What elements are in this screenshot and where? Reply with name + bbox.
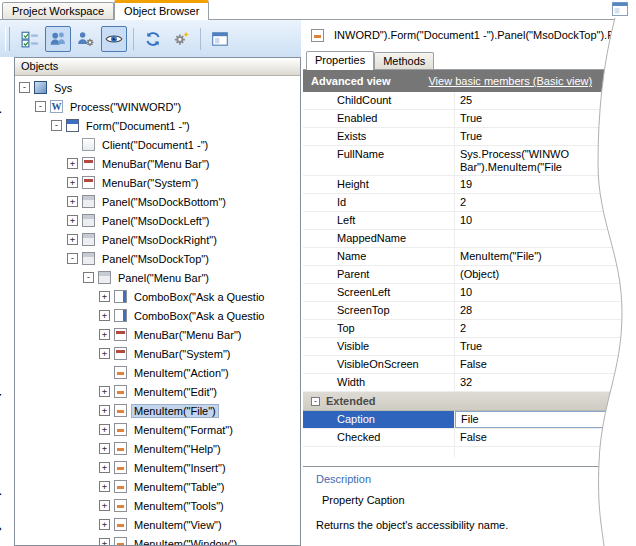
tree-item[interactable]: +MenuItem("Insert") <box>15 458 300 477</box>
property-value: 28 <box>455 302 636 319</box>
collapse-icon[interactable] <box>311 397 320 406</box>
basic-view-link[interactable]: View basic members (Basic view) <box>428 75 592 87</box>
plus-expander-icon[interactable]: + <box>99 538 110 546</box>
property-value: 32 <box>455 374 636 391</box>
property-row[interactable]: ChildCount25 <box>303 92 636 110</box>
tab-methods[interactable]: Methods <box>374 52 434 69</box>
tree-item[interactable]: -Process("WINWORD") <box>15 97 300 116</box>
plus-expander-icon[interactable]: + <box>99 481 110 492</box>
tab-properties[interactable]: Properties <box>306 51 374 70</box>
property-name: Top <box>303 320 455 337</box>
property-row[interactable]: ScreenTop28 <box>303 302 636 320</box>
panel-icon <box>82 195 95 208</box>
extended-section-header[interactable]: Extended <box>303 392 636 411</box>
process-filter-button[interactable] <box>73 26 99 52</box>
selected-object-icon <box>311 29 324 42</box>
plus-expander-icon[interactable]: + <box>99 519 110 530</box>
tree-item[interactable]: +MenuItem("File") <box>15 401 300 420</box>
eye-icon <box>105 30 123 48</box>
options-button[interactable] <box>168 26 194 52</box>
property-row[interactable]: NameMenuItem("File") <box>303 248 636 266</box>
tree-item[interactable]: +Panel("MsoDockLeft") <box>15 211 300 230</box>
property-row[interactable]: Width32 <box>303 374 636 392</box>
tree-item-label: Panel("Menu Bar") <box>115 271 212 285</box>
tree-item[interactable]: +MenuItem("Format") <box>15 420 300 439</box>
plus-expander-icon[interactable]: + <box>67 234 78 245</box>
minus-expander-icon[interactable]: - <box>67 253 78 264</box>
objects-tree: -Sys-Process("WINWORD")-Form("Document1 … <box>15 76 300 546</box>
plus-expander-icon[interactable]: + <box>99 462 110 473</box>
plus-expander-icon[interactable]: + <box>99 329 110 340</box>
property-value: True <box>455 128 636 145</box>
minus-expander-icon[interactable]: - <box>83 272 94 283</box>
minus-expander-icon[interactable]: - <box>35 101 46 112</box>
property-row[interactable]: Parent(Object) <box>303 266 636 284</box>
tree-item[interactable]: +ComboBox("Ask a Questio <box>15 287 300 306</box>
plus-expander-icon[interactable]: + <box>99 310 110 321</box>
tab-object-browser[interactable]: Object Browser <box>114 0 209 20</box>
plus-expander-icon[interactable]: + <box>67 158 78 169</box>
plus-expander-icon[interactable]: + <box>99 424 110 435</box>
tree-item[interactable]: Client("Document1 -") <box>15 135 300 154</box>
tree-item[interactable]: +MenuItem("Tools") <box>15 496 300 515</box>
watch-objects-button[interactable] <box>101 26 127 52</box>
tree-item[interactable]: +MenuItem("Window") <box>15 534 300 546</box>
property-row[interactable]: Top2 <box>303 320 636 338</box>
tab-project-workspace[interactable]: Project Workspace <box>2 2 114 19</box>
tree-item[interactable]: +MenuBar("Menu Bar") <box>15 154 300 173</box>
tree-item[interactable]: -Form("Document1 -") <box>15 116 300 135</box>
plus-expander-icon[interactable]: + <box>99 348 110 359</box>
property-row[interactable]: EnabledTrue <box>303 110 636 128</box>
tree-item[interactable]: +MenuItem("View") <box>15 515 300 534</box>
checklist-button[interactable] <box>17 26 43 52</box>
plus-expander-icon[interactable]: + <box>99 500 110 511</box>
tree-item-label: MenuBar("System") <box>99 176 201 190</box>
tree-item[interactable]: +MenuBar("Menu Bar") <box>15 325 300 344</box>
tree-item[interactable]: +Panel("MsoDockBottom") <box>15 192 300 211</box>
tree-item[interactable]: +Panel("MsoDockRight") <box>15 230 300 249</box>
view-mode-title: Advanced view <box>311 75 390 87</box>
tree-item[interactable]: +ComboBox("Ask a Questio <box>15 306 300 325</box>
property-name: VisibleOnScreen <box>303 356 455 373</box>
toolbar-grip[interactable] <box>5 27 10 51</box>
property-name: Caption <box>303 411 455 428</box>
property-row[interactable]: CheckedFalse <box>303 429 636 447</box>
property-row[interactable]: ScreenLeft10 <box>303 284 636 302</box>
property-row[interactable]: Id2 <box>303 194 636 212</box>
property-row[interactable]: Left10 <box>303 212 636 230</box>
panels-button[interactable] <box>207 26 233 52</box>
tree-item-label: MenuBar("Menu Bar") <box>99 157 212 171</box>
plus-expander-icon[interactable]: + <box>99 443 110 454</box>
tree-item-label: MenuItem("Action") <box>131 366 232 380</box>
property-row[interactable]: FullNameSys.Process("WINWO Bar").MenuIte… <box>303 146 636 176</box>
tree-item[interactable]: +MenuBar("System") <box>15 173 300 192</box>
property-row[interactable]: Height19 <box>303 176 636 194</box>
menubar-icon <box>114 328 127 341</box>
minus-expander-icon[interactable]: - <box>19 82 30 93</box>
property-row[interactable]: CaptionFile <box>303 411 636 429</box>
plus-expander-icon[interactable]: + <box>67 215 78 226</box>
plus-expander-icon[interactable]: + <box>67 177 78 188</box>
plus-expander-icon[interactable]: + <box>67 196 78 207</box>
client-icon <box>82 138 95 151</box>
processes-button[interactable] <box>45 26 71 52</box>
property-row[interactable]: VisibleOnScreenFalse <box>303 356 636 374</box>
plus-expander-icon[interactable]: + <box>99 405 110 416</box>
property-row[interactable]: ExistsTrue <box>303 128 636 146</box>
plus-expander-icon[interactable]: + <box>99 291 110 302</box>
property-row[interactable]: VisibleTrue <box>303 338 636 356</box>
refresh-button[interactable] <box>140 26 166 52</box>
tree-item[interactable]: -Panel("Menu Bar") <box>15 268 300 287</box>
tree-item[interactable]: -Sys <box>15 78 300 97</box>
tree-item[interactable]: +MenuItem("Edit") <box>15 382 300 401</box>
minus-expander-icon[interactable]: - <box>51 120 62 131</box>
tree-item[interactable]: MenuItem("Action") <box>15 363 300 382</box>
property-row[interactable]: MappedName <box>303 230 636 248</box>
menuitem-icon <box>114 423 127 436</box>
tree-item[interactable]: -Panel("MsoDockTop") <box>15 249 300 268</box>
tree-item[interactable]: +MenuItem("Table") <box>15 477 300 496</box>
plus-expander-icon[interactable]: + <box>99 386 110 397</box>
menuitem-icon <box>114 480 127 493</box>
tree-item[interactable]: +MenuItem("Help") <box>15 439 300 458</box>
tree-item[interactable]: +MenuBar("System") <box>15 344 300 363</box>
